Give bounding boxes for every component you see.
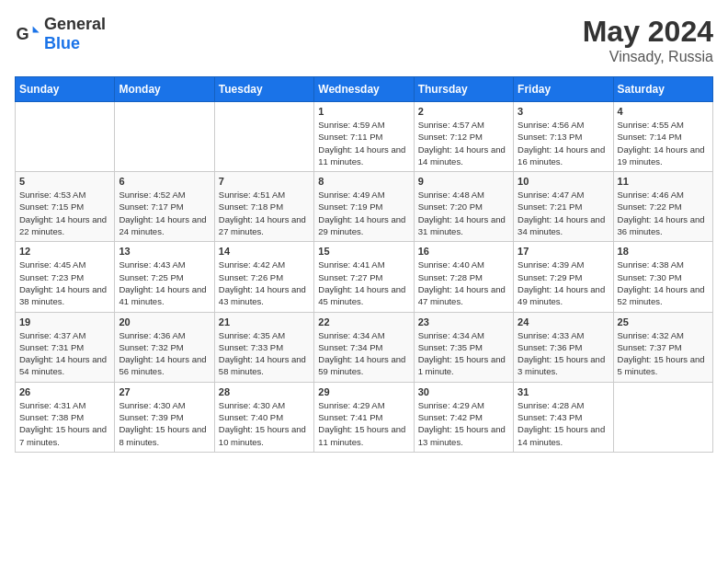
day-number: 4 — [618, 106, 709, 117]
calendar-cell: 23Sunrise: 4:34 AM Sunset: 7:35 PM Dayli… — [414, 312, 513, 382]
day-info: Sunrise: 4:30 AM Sunset: 7:40 PM Dayligh… — [219, 399, 310, 448]
day-number: 11 — [618, 176, 709, 187]
calendar-cell: 5Sunrise: 4:53 AM Sunset: 7:15 PM Daylig… — [16, 172, 115, 242]
day-info: Sunrise: 4:30 AM Sunset: 7:39 PM Dayligh… — [119, 399, 210, 448]
calendar-cell: 2Sunrise: 4:57 AM Sunset: 7:12 PM Daylig… — [414, 102, 513, 172]
day-info: Sunrise: 4:59 AM Sunset: 7:11 PM Dayligh… — [318, 119, 409, 167]
calendar-cell: 8Sunrise: 4:49 AM Sunset: 7:19 PM Daylig… — [314, 172, 414, 242]
day-number: 31 — [518, 386, 609, 397]
day-info: Sunrise: 4:37 AM Sunset: 7:31 PM Dayligh… — [19, 329, 110, 378]
calendar-cell: 31Sunrise: 4:28 AM Sunset: 7:43 PM Dayli… — [514, 382, 613, 452]
day-number: 19 — [19, 316, 110, 327]
weekday-header-thursday: Thursday — [414, 77, 513, 102]
day-number: 2 — [418, 106, 509, 117]
day-number: 8 — [318, 176, 409, 187]
day-number: 16 — [418, 246, 509, 257]
calendar-cell: 24Sunrise: 4:33 AM Sunset: 7:36 PM Dayli… — [514, 312, 613, 382]
day-number: 10 — [518, 176, 609, 187]
day-number: 26 — [19, 386, 110, 397]
day-info: Sunrise: 4:56 AM Sunset: 7:13 PM Dayligh… — [518, 119, 609, 167]
calendar-cell: 13Sunrise: 4:43 AM Sunset: 7:25 PM Dayli… — [115, 242, 214, 312]
logo-general-text: General — [44, 15, 106, 33]
svg-text:G: G — [16, 25, 28, 43]
calendar-cell: 11Sunrise: 4:46 AM Sunset: 7:22 PM Dayli… — [613, 172, 712, 242]
day-number: 28 — [219, 386, 310, 397]
calendar-cell: 15Sunrise: 4:41 AM Sunset: 7:27 PM Dayli… — [314, 242, 414, 312]
day-number: 12 — [19, 246, 110, 257]
logo-icon: G — [15, 21, 40, 47]
calendar-cell: 22Sunrise: 4:34 AM Sunset: 7:34 PM Dayli… — [314, 312, 414, 382]
day-number: 18 — [618, 246, 709, 257]
calendar-cell: 12Sunrise: 4:45 AM Sunset: 7:23 PM Dayli… — [16, 242, 115, 312]
day-info: Sunrise: 4:46 AM Sunset: 7:22 PM Dayligh… — [618, 189, 709, 237]
day-number: 7 — [219, 176, 310, 187]
day-info: Sunrise: 4:39 AM Sunset: 7:29 PM Dayligh… — [518, 259, 609, 307]
day-info: Sunrise: 4:48 AM Sunset: 7:20 PM Dayligh… — [418, 189, 509, 237]
day-info: Sunrise: 4:33 AM Sunset: 7:36 PM Dayligh… — [518, 329, 609, 378]
calendar-cell: 25Sunrise: 4:32 AM Sunset: 7:37 PM Dayli… — [613, 312, 712, 382]
calendar-cell: 1Sunrise: 4:59 AM Sunset: 7:11 PM Daylig… — [314, 102, 414, 172]
day-info: Sunrise: 4:31 AM Sunset: 7:38 PM Dayligh… — [19, 399, 110, 448]
day-info: Sunrise: 4:29 AM Sunset: 7:42 PM Dayligh… — [418, 399, 509, 448]
day-info: Sunrise: 4:36 AM Sunset: 7:32 PM Dayligh… — [119, 329, 210, 378]
day-info: Sunrise: 4:28 AM Sunset: 7:43 PM Dayligh… — [518, 399, 609, 448]
calendar-cell — [613, 382, 712, 452]
day-info: Sunrise: 4:32 AM Sunset: 7:37 PM Dayligh… — [618, 329, 709, 378]
day-number: 14 — [219, 246, 310, 257]
day-info: Sunrise: 4:34 AM Sunset: 7:34 PM Dayligh… — [318, 329, 409, 378]
calendar-title: May 2024 — [583, 15, 713, 49]
day-info: Sunrise: 4:43 AM Sunset: 7:25 PM Dayligh… — [119, 259, 210, 307]
calendar-cell: 26Sunrise: 4:31 AM Sunset: 7:38 PM Dayli… — [16, 382, 115, 452]
day-number: 22 — [318, 316, 409, 327]
calendar-cell: 7Sunrise: 4:51 AM Sunset: 7:18 PM Daylig… — [214, 172, 313, 242]
calendar-table: SundayMondayTuesdayWednesdayThursdayFrid… — [15, 76, 713, 453]
day-number: 29 — [318, 386, 409, 397]
day-info: Sunrise: 4:42 AM Sunset: 7:26 PM Dayligh… — [219, 259, 310, 307]
day-number: 24 — [518, 316, 609, 327]
calendar-location: Vinsady, Russia — [583, 49, 713, 65]
day-number: 3 — [518, 106, 609, 117]
day-info: Sunrise: 4:52 AM Sunset: 7:17 PM Dayligh… — [119, 189, 210, 237]
day-number: 25 — [618, 316, 709, 327]
day-info: Sunrise: 4:45 AM Sunset: 7:23 PM Dayligh… — [19, 259, 110, 307]
calendar-cell — [115, 102, 214, 172]
calendar-cell: 20Sunrise: 4:36 AM Sunset: 7:32 PM Dayli… — [115, 312, 214, 382]
day-number: 17 — [518, 246, 609, 257]
day-number: 6 — [119, 176, 210, 187]
calendar-cell: 29Sunrise: 4:29 AM Sunset: 7:41 PM Dayli… — [314, 382, 414, 452]
calendar-week-2: 5Sunrise: 4:53 AM Sunset: 7:15 PM Daylig… — [16, 172, 713, 242]
calendar-week-3: 12Sunrise: 4:45 AM Sunset: 7:23 PM Dayli… — [16, 242, 713, 312]
calendar-cell: 19Sunrise: 4:37 AM Sunset: 7:31 PM Dayli… — [16, 312, 115, 382]
weekday-header-friday: Friday — [514, 77, 613, 102]
calendar-cell: 4Sunrise: 4:55 AM Sunset: 7:14 PM Daylig… — [613, 102, 712, 172]
calendar-week-1: 1Sunrise: 4:59 AM Sunset: 7:11 PM Daylig… — [16, 102, 713, 172]
day-number: 13 — [119, 246, 210, 257]
day-info: Sunrise: 4:38 AM Sunset: 7:30 PM Dayligh… — [618, 259, 709, 307]
day-number: 21 — [219, 316, 310, 327]
weekday-header-monday: Monday — [115, 77, 214, 102]
calendar-cell: 27Sunrise: 4:30 AM Sunset: 7:39 PM Dayli… — [115, 382, 214, 452]
day-info: Sunrise: 4:53 AM Sunset: 7:15 PM Dayligh… — [19, 189, 110, 237]
day-number: 9 — [418, 176, 509, 187]
calendar-cell: 6Sunrise: 4:52 AM Sunset: 7:17 PM Daylig… — [115, 172, 214, 242]
day-number: 27 — [119, 386, 210, 397]
day-number: 20 — [119, 316, 210, 327]
day-number: 15 — [318, 246, 409, 257]
calendar-week-5: 26Sunrise: 4:31 AM Sunset: 7:38 PM Dayli… — [16, 382, 713, 452]
weekday-header-sunday: Sunday — [16, 77, 115, 102]
day-info: Sunrise: 4:40 AM Sunset: 7:28 PM Dayligh… — [418, 259, 509, 307]
logo-blue-text: Blue — [44, 34, 80, 52]
day-info: Sunrise: 4:34 AM Sunset: 7:35 PM Dayligh… — [418, 329, 509, 378]
day-number: 23 — [418, 316, 509, 327]
day-info: Sunrise: 4:47 AM Sunset: 7:21 PM Dayligh… — [518, 189, 609, 237]
day-info: Sunrise: 4:35 AM Sunset: 7:33 PM Dayligh… — [219, 329, 310, 378]
day-number: 5 — [19, 176, 110, 187]
calendar-cell: 30Sunrise: 4:29 AM Sunset: 7:42 PM Dayli… — [414, 382, 513, 452]
calendar-cell — [16, 102, 115, 172]
calendar-cell: 3Sunrise: 4:56 AM Sunset: 7:13 PM Daylig… — [514, 102, 613, 172]
day-info: Sunrise: 4:41 AM Sunset: 7:27 PM Dayligh… — [318, 259, 409, 307]
calendar-cell: 18Sunrise: 4:38 AM Sunset: 7:30 PM Dayli… — [613, 242, 712, 312]
weekday-header-wednesday: Wednesday — [314, 77, 414, 102]
calendar-cell — [214, 102, 313, 172]
weekday-header-saturday: Saturday — [613, 77, 712, 102]
